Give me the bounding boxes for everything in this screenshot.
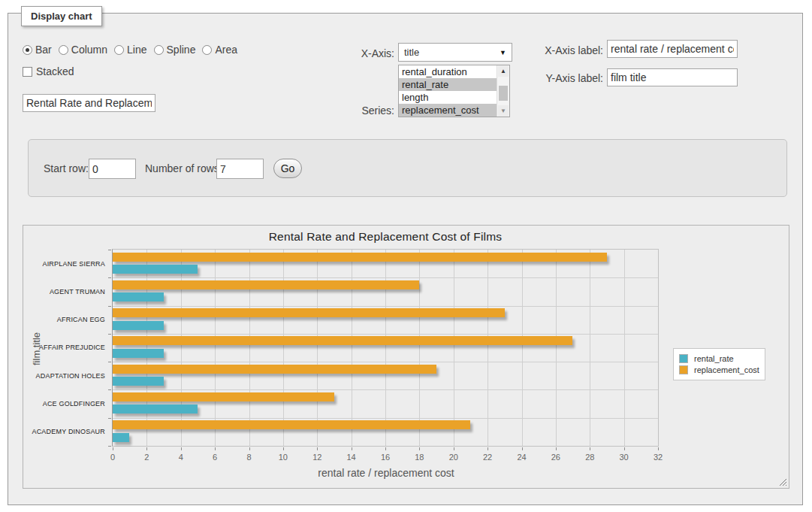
number-of-rows-input[interactable] xyxy=(216,159,264,179)
chart-type-radio-group: BarColumnLineSplineArea xyxy=(23,44,244,56)
y-category-label: ACE GOLDFINGER xyxy=(27,389,105,417)
chart-type-option-line[interactable]: Line xyxy=(114,44,146,56)
stacked-label: Stacked xyxy=(36,65,74,77)
gridline-vertical xyxy=(215,250,216,446)
y-axis-tick xyxy=(108,389,111,390)
y-axis-tick xyxy=(108,250,111,250)
series-scrollbar[interactable]: ▲ ▼ xyxy=(497,65,509,117)
bar-rental_rate xyxy=(113,292,164,301)
x-tick-label: 32 xyxy=(647,453,669,462)
series-option-rental_duration[interactable]: rental_duration xyxy=(399,65,497,78)
x-axis-tick xyxy=(283,447,284,450)
x-tick-label: 20 xyxy=(442,453,465,462)
y-axis-tick xyxy=(108,362,111,362)
gridline-vertical xyxy=(624,250,625,446)
chart-legend: rental_ratereplacement_cost xyxy=(673,348,765,380)
gridline-vertical xyxy=(317,250,318,446)
scrollbar-thumb[interactable] xyxy=(499,86,508,101)
row-controls-box: Start row: Number of rows: Go xyxy=(28,139,787,197)
stacked-checkbox-row[interactable]: Stacked xyxy=(23,65,74,77)
x-axis-tick xyxy=(454,447,454,450)
bar-replacement_cost xyxy=(113,365,436,374)
scrollbar-down-icon[interactable]: ▼ xyxy=(498,105,509,117)
x-tick-label: 28 xyxy=(578,453,601,462)
gridline-horizontal xyxy=(113,389,658,390)
x-axis-label-input[interactable] xyxy=(607,40,738,58)
x-axis-tick xyxy=(317,447,318,450)
radio-label: Line xyxy=(127,44,146,56)
x-tick-label: 10 xyxy=(272,453,294,462)
x-axis-tick xyxy=(113,447,113,450)
series-options: rental_durationrental_ratelengthreplacem… xyxy=(399,65,497,117)
x-axis-tick xyxy=(590,447,590,450)
series-listbox-label: Series: xyxy=(319,105,394,117)
radio-icon xyxy=(114,45,124,55)
x-axis-tick xyxy=(522,447,523,450)
chart-type-option-spline[interactable]: Spline xyxy=(154,44,196,56)
x-tick-label: 4 xyxy=(170,453,192,462)
y-category-label: ACADEMY DINOSAUR xyxy=(27,418,105,446)
x-axis-tick xyxy=(181,447,182,450)
radio-icon xyxy=(154,45,164,55)
y-axis-tick xyxy=(108,334,111,335)
stacked-checkbox-icon[interactable] xyxy=(23,67,32,77)
gridline-horizontal xyxy=(113,277,658,278)
x-tick-label: 22 xyxy=(476,453,499,462)
scrollbar-up-icon[interactable]: ▲ xyxy=(498,65,509,77)
x-axis-tick xyxy=(556,447,557,450)
bar-rental_rate xyxy=(113,321,164,330)
chart-type-option-bar[interactable]: Bar xyxy=(23,44,52,56)
bar-rental_rate xyxy=(113,265,198,274)
bar-rental_rate xyxy=(113,377,164,386)
y-axis-tick xyxy=(108,306,111,307)
resize-handle-icon[interactable] xyxy=(777,477,786,486)
y-axis-tick xyxy=(108,446,111,447)
series-option-rental_rate[interactable]: rental_rate xyxy=(399,78,497,91)
radio-icon xyxy=(59,45,68,55)
gridline-vertical xyxy=(283,250,284,446)
y-axis-tick xyxy=(108,418,111,419)
gridline-vertical xyxy=(488,250,488,446)
chart-type-option-area[interactable]: Area xyxy=(202,44,237,56)
x-axis-label-label: X-Axis label: xyxy=(527,44,603,56)
x-axis-tick xyxy=(624,447,625,450)
y-category-label: AGENT TRUMAN xyxy=(27,277,105,305)
x-axis-tick xyxy=(352,447,352,450)
bar-replacement_cost xyxy=(113,253,607,262)
x-axis-select[interactable]: title ▼ xyxy=(398,43,512,62)
bar-rental_rate xyxy=(113,433,129,442)
y-axis-label-input[interactable] xyxy=(607,68,738,86)
x-tick-label: 0 xyxy=(101,453,124,462)
chart-type-option-column[interactable]: Column xyxy=(59,44,107,56)
legend-label: rental_rate xyxy=(694,354,734,363)
radio-label: Spline xyxy=(167,44,196,56)
go-button[interactable]: Go xyxy=(273,159,302,178)
bar-rental_rate xyxy=(113,404,198,414)
number-of-rows-label: Number of rows: xyxy=(145,162,222,174)
x-tick-label: 2 xyxy=(135,453,158,462)
chart-title-input[interactable] xyxy=(23,94,155,112)
x-axis-title: rental rate / replacement cost xyxy=(113,467,660,479)
gridline-horizontal xyxy=(113,362,658,362)
dropdown-arrow-icon: ▼ xyxy=(500,49,506,56)
x-axis-select-label: X-Axis: xyxy=(319,47,394,59)
gridline-vertical xyxy=(419,250,420,446)
bar-replacement_cost xyxy=(113,308,505,317)
x-tick-label: 8 xyxy=(238,453,261,462)
start-row-input[interactable] xyxy=(89,159,136,179)
x-tick-label: 30 xyxy=(613,453,635,462)
series-listbox[interactable]: rental_durationrental_ratelengthreplacem… xyxy=(398,65,510,117)
x-axis-tick xyxy=(249,447,250,450)
x-tick-label: 18 xyxy=(408,453,430,462)
radio-label: Bar xyxy=(35,44,52,56)
y-category-label: AIRPLANE SIERRA xyxy=(27,250,105,277)
gridline-vertical xyxy=(249,250,250,446)
y-category-label: ADAPTATION HOLES xyxy=(27,362,105,389)
radio-icon xyxy=(23,45,32,55)
series-option-length[interactable]: length xyxy=(399,91,497,104)
bar-replacement_cost xyxy=(113,392,334,401)
gridline-vertical xyxy=(146,250,147,446)
x-axis-tick xyxy=(488,447,488,450)
gridline-horizontal xyxy=(113,418,658,419)
series-option-replacement_cost[interactable]: replacement_cost xyxy=(399,104,497,117)
